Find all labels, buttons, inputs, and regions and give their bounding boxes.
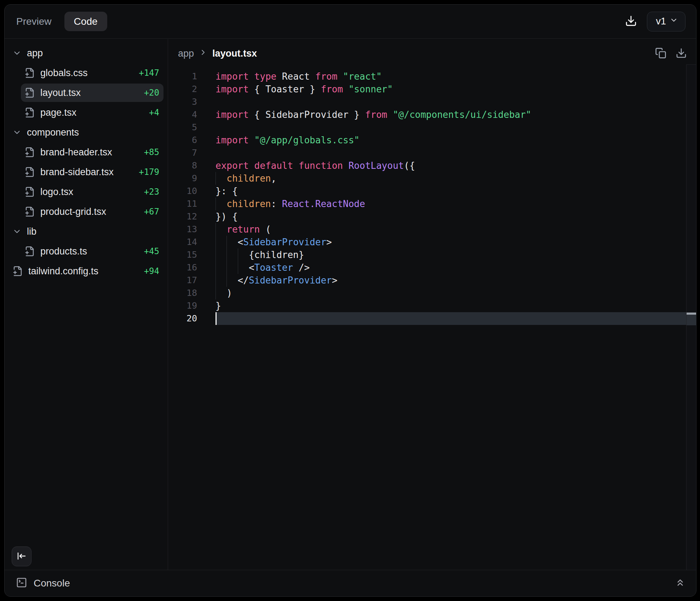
code-line[interactable]: 13return ( xyxy=(168,223,686,236)
tree-folder-row[interactable]: components xyxy=(9,123,163,142)
version-dropdown[interactable]: v1 xyxy=(647,12,685,32)
indent-guide xyxy=(226,274,237,287)
line-number: 17 xyxy=(168,274,197,287)
tree-file-row[interactable]: brand-sidebar.tsx +179 xyxy=(21,163,163,181)
line-number: 7 xyxy=(168,147,197,159)
console-label: Console xyxy=(34,578,70,589)
tree-file-row[interactable]: page.tsx +4 xyxy=(21,103,163,122)
code-line[interactable]: 8export default function RootLayout({ xyxy=(168,159,686,172)
code-line[interactable]: 4import { SidebarProvider } from "@/comp… xyxy=(168,108,686,121)
indent-guide xyxy=(226,236,237,248)
file-name: tailwind.config.ts xyxy=(28,266,98,277)
code-text xyxy=(216,96,686,108)
chevron-down-icon xyxy=(12,227,22,236)
line-number: 14 xyxy=(168,236,197,248)
code-line[interactable]: 18) xyxy=(168,287,686,299)
tab-code[interactable]: Code xyxy=(64,12,107,31)
indent-guide xyxy=(216,172,226,185)
code-line[interactable]: 16<Toaster /> xyxy=(168,261,686,274)
console-bar[interactable]: Console xyxy=(5,570,696,596)
diff-count-badge: +147 xyxy=(139,68,159,78)
chevron-down-icon xyxy=(12,128,22,137)
folder-name: app xyxy=(27,48,43,59)
app-window: Preview Code v1 app xyxy=(4,4,696,597)
line-number: 19 xyxy=(168,299,197,312)
code-line[interactable]: 9children, xyxy=(168,172,686,185)
line-number: 4 xyxy=(168,108,197,121)
collapse-sidebar-button[interactable] xyxy=(12,546,31,566)
breadcrumb-folder[interactable]: app xyxy=(178,48,194,59)
code-lines[interactable]: 1import type React from "react"2import {… xyxy=(168,64,686,570)
code-line[interactable]: 2import { Toaster } from "sonner" xyxy=(168,83,686,96)
code-line[interactable]: 3 xyxy=(168,96,686,108)
code-text: export default function RootLayout({ xyxy=(216,159,686,172)
tree-file-row[interactable]: brand-header.tsx +85 xyxy=(21,143,163,161)
indent-guide xyxy=(216,261,226,274)
line-number: 2 xyxy=(168,83,197,96)
code-text: import "@/app/globals.css" xyxy=(216,134,686,147)
line-number: 16 xyxy=(168,261,197,274)
download-button[interactable] xyxy=(625,15,637,28)
code-text: }: { xyxy=(216,185,686,198)
download-file-button[interactable] xyxy=(676,47,687,60)
copy-code-button[interactable] xyxy=(655,47,666,60)
code-line[interactable]: 10}: { xyxy=(168,185,686,198)
code-line[interactable]: 17</SidebarProvider> xyxy=(168,274,686,287)
diff-count-badge: +20 xyxy=(144,88,159,98)
line-number: 8 xyxy=(168,159,197,172)
file-plus-icon xyxy=(24,206,35,217)
line-number: 15 xyxy=(168,248,197,261)
diff-count-badge: +179 xyxy=(139,167,159,177)
file-tree: app globals.css +147 layout.tsx +20 page… xyxy=(5,39,168,280)
diff-count-badge: +94 xyxy=(144,266,159,276)
diff-count-badge: +67 xyxy=(144,207,159,217)
code-line[interactable]: 7 xyxy=(168,147,686,159)
line-number: 3 xyxy=(168,96,197,108)
code-text: <Toaster /> xyxy=(216,261,686,274)
indent-guide xyxy=(238,261,249,274)
tab-preview[interactable]: Preview xyxy=(16,16,52,27)
code-text xyxy=(216,121,686,134)
line-number: 10 xyxy=(168,185,197,198)
code-text xyxy=(216,147,686,159)
tree-file-row[interactable]: tailwind.config.ts +94 xyxy=(9,262,163,280)
tree-folder-row[interactable]: lib xyxy=(9,222,163,241)
code-text xyxy=(216,312,686,325)
code-text: }) { xyxy=(216,210,686,223)
code-line[interactable]: 6import "@/app/globals.css" xyxy=(168,134,686,147)
code-text: } xyxy=(216,299,686,312)
chevron-down-icon xyxy=(12,48,22,58)
tree-file-row[interactable]: layout.tsx +20 xyxy=(21,84,163,102)
file-name: globals.css xyxy=(40,68,88,79)
tree-folder-row[interactable]: app xyxy=(9,44,163,62)
tree-file-row[interactable]: product-grid.tsx +67 xyxy=(21,202,163,221)
tree-file-row[interactable]: logo.tsx +23 xyxy=(21,183,163,201)
file-name: brand-sidebar.tsx xyxy=(40,167,114,178)
chevrons-up-icon[interactable] xyxy=(675,577,685,589)
code-line[interactable]: 20 xyxy=(168,312,686,325)
code-text: return ( xyxy=(216,223,686,236)
code-line[interactable]: 14<SidebarProvider> xyxy=(168,236,686,248)
copy-icon xyxy=(655,47,666,60)
top-bar: Preview Code v1 xyxy=(5,5,696,39)
indent-guide xyxy=(216,236,226,248)
diff-count-badge: +23 xyxy=(144,187,159,197)
code-line[interactable]: 15{children} xyxy=(168,248,686,261)
scrollbar-gutter[interactable] xyxy=(686,64,696,570)
code-line[interactable]: 12}) { xyxy=(168,210,686,223)
main-area: app globals.css +147 layout.tsx +20 page… xyxy=(5,39,696,570)
indent-guide xyxy=(216,248,226,261)
code-line[interactable]: 19} xyxy=(168,299,686,312)
code-line[interactable]: 1import type React from "react" xyxy=(168,70,686,83)
code-line[interactable]: 5 xyxy=(168,121,686,134)
code-text: </SidebarProvider> xyxy=(216,274,686,287)
code-line[interactable]: 11children: React.ReactNode xyxy=(168,198,686,210)
breadcrumb-file: layout.tsx xyxy=(212,48,257,59)
folder-name: components xyxy=(27,127,79,138)
line-number: 9 xyxy=(168,172,197,185)
tree-file-row[interactable]: products.ts +45 xyxy=(21,242,163,261)
tree-file-row[interactable]: globals.css +147 xyxy=(21,64,163,82)
download-icon xyxy=(676,47,687,60)
terminal-icon xyxy=(16,577,27,590)
code-text: import { SidebarProvider } from "@/compo… xyxy=(216,108,686,121)
